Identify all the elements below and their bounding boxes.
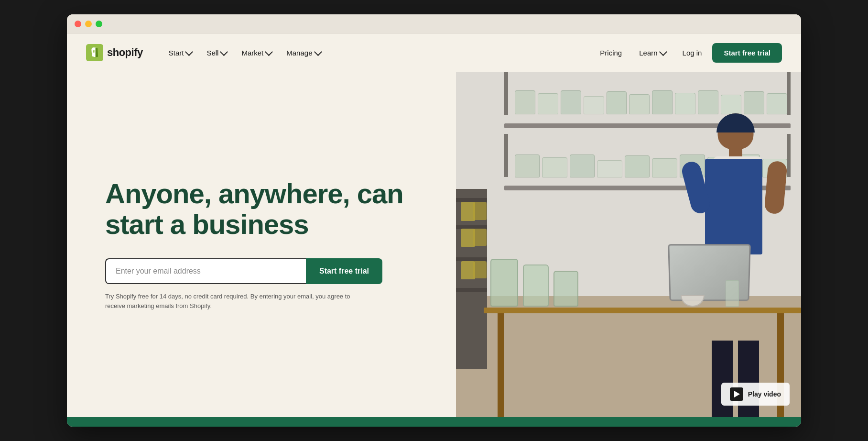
nav-start-free-trial-button[interactable]: Start free trial <box>712 43 782 63</box>
maximize-button[interactable] <box>96 21 102 27</box>
hero-disclaimer: Try Shopify free for 14 days, no credit … <box>105 292 354 310</box>
email-form: Start free trial <box>105 258 382 284</box>
jar <box>538 93 558 114</box>
hero-headline: Anyone, anywhere, can start a business <box>105 178 418 240</box>
jar <box>744 91 764 114</box>
large-jar <box>523 265 549 307</box>
bottom-green-bar <box>67 417 801 427</box>
jar <box>607 91 627 114</box>
navbar: shopify Start Sell Market Manage <box>67 33 801 72</box>
sell-chevron-icon <box>220 48 228 56</box>
bottle <box>473 229 487 246</box>
jar <box>597 160 622 177</box>
jar <box>542 157 567 177</box>
nav-start[interactable]: Start <box>162 45 198 61</box>
manage-chevron-icon <box>314 48 322 56</box>
hero-start-free-trial-button[interactable]: Start free trial <box>306 258 382 284</box>
nav-left: Start Sell Market Manage <box>162 45 327 61</box>
traffic-lights <box>75 21 102 27</box>
nav-pricing[interactable]: Pricing <box>593 45 629 61</box>
logo[interactable]: shopify <box>86 44 143 61</box>
shelf-support-right <box>787 72 791 115</box>
jar <box>675 93 695 114</box>
mac-window: shopify Start Sell Market Manage <box>67 14 801 427</box>
mid-shelf-support-left <box>504 134 508 177</box>
logo-text: shopify <box>107 46 143 59</box>
nav-right: Pricing Learn Log in Start free trial <box>593 43 782 63</box>
jar <box>652 158 677 177</box>
start-chevron-icon <box>185 48 193 56</box>
email-input[interactable] <box>105 258 306 284</box>
hero-right: Play video <box>456 72 801 417</box>
large-jar <box>490 259 518 307</box>
table-jars <box>490 254 680 307</box>
minimize-button[interactable] <box>85 21 92 27</box>
jar <box>584 96 604 114</box>
shop-scene: Play video <box>456 72 801 417</box>
nav-sell[interactable]: Sell <box>200 45 233 61</box>
neck <box>729 146 742 158</box>
play-video-button[interactable]: Play video <box>721 383 790 406</box>
jar <box>629 94 650 114</box>
shopify-bag-icon <box>86 44 103 61</box>
jar <box>570 154 595 177</box>
jar <box>698 90 718 114</box>
play-icon <box>730 387 743 401</box>
table-leg-left <box>498 313 504 417</box>
bottle <box>473 202 487 220</box>
play-triangle-icon <box>734 391 740 397</box>
hero-left: Anyone, anywhere, can start a business S… <box>67 72 456 417</box>
arm-right <box>764 160 787 214</box>
nav-learn[interactable]: Learn <box>632 45 672 61</box>
close-button[interactable] <box>75 21 81 27</box>
leg-left <box>712 341 733 417</box>
bottle <box>473 261 487 278</box>
large-jar <box>553 271 578 307</box>
leg-right <box>738 341 759 417</box>
nav-manage[interactable]: Manage <box>280 45 326 61</box>
glass <box>726 280 739 307</box>
page-content: shopify Start Sell Market Manage <box>67 33 801 417</box>
learn-chevron-icon <box>659 48 667 56</box>
jar <box>625 155 650 177</box>
jar <box>561 90 581 114</box>
side-rack <box>456 189 487 368</box>
jar <box>515 90 535 114</box>
jar <box>652 90 673 114</box>
head-wrap <box>716 113 755 132</box>
apron <box>705 159 762 254</box>
nav-login[interactable]: Log in <box>676 45 709 61</box>
play-video-label: Play video <box>748 390 781 398</box>
hero-section: Anyone, anywhere, can start a business S… <box>67 72 801 417</box>
nav-market[interactable]: Market <box>235 45 278 61</box>
jar <box>515 154 540 177</box>
title-bar <box>67 14 801 33</box>
jar <box>767 93 787 114</box>
jar <box>721 95 741 114</box>
shelf-support-left <box>504 72 508 115</box>
top-shelf-jars <box>515 86 787 114</box>
market-chevron-icon <box>265 48 273 56</box>
